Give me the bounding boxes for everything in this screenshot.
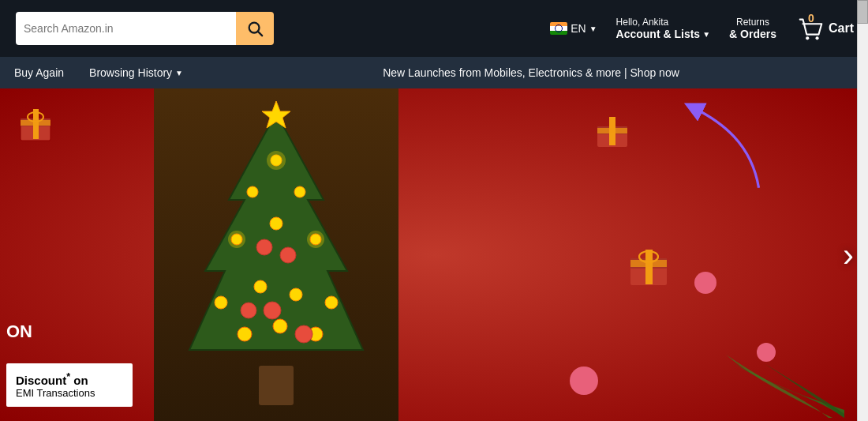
scrollbar[interactable] xyxy=(857,0,868,421)
search-button[interactable] xyxy=(236,12,274,45)
hero-banner: ON Discount* on EMI Transactions › xyxy=(0,88,868,421)
cart-label: Cart xyxy=(829,21,854,36)
svg-point-23 xyxy=(238,327,252,341)
returns-orders[interactable]: Returns & Orders xyxy=(723,12,783,45)
svg-point-26 xyxy=(256,239,272,255)
nav-bar: Buy Again Browsing History ▼ New Launche… xyxy=(0,57,868,88)
next-arrow-icon: › xyxy=(843,236,854,273)
discount-sub: on xyxy=(70,374,88,387)
svg-rect-37 xyxy=(597,128,627,133)
browsing-history-chevron-icon: ▼ xyxy=(175,69,183,77)
christmas-tree-svg xyxy=(166,97,387,413)
scrollbar-thumb[interactable] xyxy=(857,0,868,24)
language-chevron-icon: ▼ xyxy=(589,24,597,33)
language-label: EN xyxy=(571,22,586,35)
cart-button[interactable]: 0 Cart xyxy=(789,9,860,48)
account-label: Account & Lists xyxy=(616,28,701,40)
svg-point-17 xyxy=(270,217,282,230)
svg-point-3 xyxy=(815,36,818,39)
india-flag-icon xyxy=(550,22,567,35)
gift-decoration-top-left xyxy=(14,103,58,149)
svg-point-24 xyxy=(273,319,287,333)
svg-point-31 xyxy=(267,151,286,170)
svg-point-29 xyxy=(295,325,312,343)
nav-marquee: New Launches from Mobiles, Electronics &… xyxy=(204,66,859,79)
buy-again-label: Buy Again xyxy=(14,66,64,79)
svg-point-33 xyxy=(307,231,324,248)
svg-rect-9 xyxy=(259,366,294,405)
pine-branches-right xyxy=(687,315,844,421)
discount-badge: Discount* on EMI Transactions xyxy=(6,363,133,407)
discount-strong-text: Discount xyxy=(16,374,66,387)
on-text: ON xyxy=(6,321,32,342)
svg-point-15 xyxy=(294,186,305,197)
account-menu[interactable]: Hello, Ankita Account & Lists ▼ xyxy=(610,12,716,45)
ornament-ball-2 xyxy=(693,270,718,299)
returns-top-text: Returns xyxy=(729,17,776,28)
svg-point-32 xyxy=(228,231,245,248)
cart-count: 0 xyxy=(808,12,814,24)
next-arrow-button[interactable]: › xyxy=(843,236,854,274)
svg-point-2 xyxy=(806,36,809,39)
gift-box-mid-right xyxy=(627,246,671,291)
svg-point-22 xyxy=(325,296,338,309)
svg-point-14 xyxy=(247,186,258,197)
svg-point-44 xyxy=(694,272,716,294)
returns-label: & Orders xyxy=(729,28,776,40)
svg-point-19 xyxy=(215,296,227,309)
ornament-ball-1 xyxy=(568,365,600,400)
svg-point-27 xyxy=(280,247,296,263)
language-selector[interactable]: EN ▼ xyxy=(544,17,603,39)
header: EN ▼ Hello, Ankita Account & Lists ▼ Ret… xyxy=(0,0,868,57)
svg-line-1 xyxy=(258,32,262,36)
marquee-text: New Launches from Mobiles, Electronics &… xyxy=(383,66,679,79)
svg-point-20 xyxy=(254,280,267,293)
svg-point-30 xyxy=(241,303,256,318)
search-bar xyxy=(16,12,274,45)
christmas-tree-container xyxy=(154,88,398,421)
christmas-tree-inner xyxy=(166,97,387,413)
svg-point-28 xyxy=(264,302,281,319)
nav-buy-again[interactable]: Buy Again xyxy=(9,60,69,85)
gift-decoration-right xyxy=(593,112,631,153)
nav-browsing-history[interactable]: Browsing History ▼ xyxy=(84,60,188,85)
svg-rect-41 xyxy=(630,260,667,267)
search-input[interactable] xyxy=(16,12,236,45)
search-icon xyxy=(246,20,264,37)
svg-point-43 xyxy=(570,366,598,395)
hello-text: Hello, Ankita xyxy=(616,17,710,28)
emi-text: EMI Transactions xyxy=(16,387,123,399)
browsing-history-label: Browsing History xyxy=(89,66,172,79)
account-chevron-icon: ▼ xyxy=(702,30,710,39)
svg-point-21 xyxy=(290,288,302,301)
